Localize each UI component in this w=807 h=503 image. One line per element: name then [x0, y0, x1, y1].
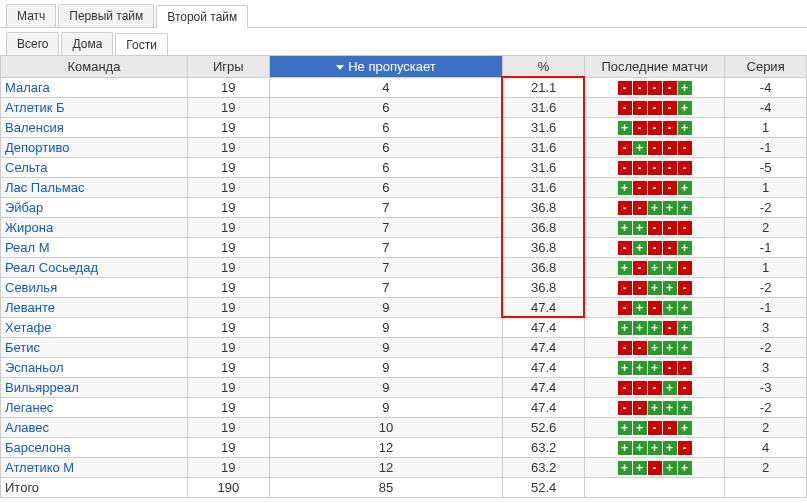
minus-icon: - [648, 101, 662, 115]
team-link[interactable]: Реал Сосьедад [1, 258, 188, 278]
miss-cell: 9 [269, 378, 503, 398]
tab-Всего[interactable]: Всего [6, 32, 59, 55]
header-games[interactable]: Игры [187, 56, 269, 78]
minus-icon: - [663, 421, 677, 435]
team-link[interactable]: Леванте [1, 298, 188, 318]
games-cell: 19 [187, 78, 269, 98]
team-link[interactable]: Бетис [1, 338, 188, 358]
games-cell: 19 [187, 458, 269, 478]
miss-cell: 7 [269, 278, 503, 298]
plus-icon: + [648, 441, 662, 455]
minus-icon: - [618, 201, 632, 215]
plus-icon: + [678, 321, 692, 335]
total-label: Итого [1, 478, 188, 498]
team-link[interactable]: Вильярреал [1, 378, 188, 398]
plus-icon: + [633, 221, 647, 235]
header-team[interactable]: Команда [1, 56, 188, 78]
plus-icon: + [678, 461, 692, 475]
minus-icon: - [678, 441, 692, 455]
table-row: Бетис19947.4--+++-2 [1, 338, 807, 358]
games-cell: 19 [187, 358, 269, 378]
plus-icon: + [663, 261, 677, 275]
plus-icon: + [663, 381, 677, 395]
plus-icon: + [633, 421, 647, 435]
streak-cell: -4 [725, 98, 807, 118]
header-miss[interactable]: Не пропускает [269, 56, 503, 78]
minus-icon: - [678, 221, 692, 235]
team-link[interactable]: Атлетик Б [1, 98, 188, 118]
pct-cell: 31.6 [503, 118, 585, 138]
total-pct: 52.4 [503, 478, 585, 498]
team-link[interactable]: Хетафе [1, 318, 188, 338]
tab-Гости[interactable]: Гости [115, 33, 168, 56]
plus-icon: + [663, 441, 677, 455]
plus-icon: + [618, 221, 632, 235]
last-matches-cell: -+-++ [585, 298, 725, 318]
table-row: Алавес191052.6++--+2 [1, 418, 807, 438]
team-link[interactable]: Эйбар [1, 198, 188, 218]
streak-cell: 3 [725, 318, 807, 338]
plus-icon: + [678, 421, 692, 435]
streak-cell: -4 [725, 78, 807, 98]
team-link[interactable]: Лас Пальмас [1, 178, 188, 198]
streak-cell: -2 [725, 278, 807, 298]
team-link[interactable]: Барселона [1, 438, 188, 458]
minus-icon: - [648, 421, 662, 435]
plus-icon: + [663, 401, 677, 415]
games-cell: 19 [187, 238, 269, 258]
team-link[interactable]: Атлетико М [1, 458, 188, 478]
minus-icon: - [618, 381, 632, 395]
plus-icon: + [678, 341, 692, 355]
table-row: Эспаньол19947.4+++--3 [1, 358, 807, 378]
minus-icon: - [648, 81, 662, 95]
team-link[interactable]: Малага [1, 78, 188, 98]
streak-cell: 4 [725, 438, 807, 458]
tab-Дома[interactable]: Дома [61, 32, 113, 55]
table-row: Валенсия19631.6+---+1 [1, 118, 807, 138]
tab-Матч[interactable]: Матч [6, 4, 56, 27]
plus-icon: + [618, 261, 632, 275]
games-cell: 19 [187, 418, 269, 438]
games-cell: 19 [187, 298, 269, 318]
team-link[interactable]: Депортиво [1, 138, 188, 158]
team-link[interactable]: Реал М [1, 238, 188, 258]
streak-cell: -2 [725, 198, 807, 218]
header-pct[interactable]: % [503, 56, 585, 78]
plus-icon: + [663, 341, 677, 355]
pct-cell: 63.2 [503, 458, 585, 478]
minus-icon: - [648, 381, 662, 395]
minus-icon: - [618, 141, 632, 155]
table-row: Сельта19631.6------5 [1, 158, 807, 178]
team-link[interactable]: Жирона [1, 218, 188, 238]
table-row: Атлетико М191263.2++-++2 [1, 458, 807, 478]
miss-cell: 7 [269, 258, 503, 278]
plus-icon: + [678, 401, 692, 415]
header-last[interactable]: Последние матчи [585, 56, 725, 78]
streak-cell: 2 [725, 218, 807, 238]
tab-Первый тайм[interactable]: Первый тайм [58, 4, 154, 27]
last-matches-cell: +++-+ [585, 318, 725, 338]
minus-icon: - [633, 401, 647, 415]
minus-icon: - [618, 161, 632, 175]
team-link[interactable]: Сельта [1, 158, 188, 178]
team-link[interactable]: Леганес [1, 398, 188, 418]
header-streak[interactable]: Серия [725, 56, 807, 78]
plus-icon: + [618, 461, 632, 475]
team-link[interactable]: Эспаньол [1, 358, 188, 378]
games-cell: 19 [187, 338, 269, 358]
table-row: Реал Сосьедад19736.8+-++-1 [1, 258, 807, 278]
team-link[interactable]: Алавес [1, 418, 188, 438]
minus-icon: - [663, 161, 677, 175]
team-link[interactable]: Севилья [1, 278, 188, 298]
pct-cell: 47.4 [503, 378, 585, 398]
games-cell: 19 [187, 158, 269, 178]
tab-Второй тайм[interactable]: Второй тайм [156, 5, 248, 28]
last-matches-cell: --++- [585, 278, 725, 298]
minus-icon: - [663, 141, 677, 155]
games-cell: 19 [187, 178, 269, 198]
team-link[interactable]: Валенсия [1, 118, 188, 138]
streak-cell: 2 [725, 458, 807, 478]
last-matches-cell: ----+ [585, 98, 725, 118]
pct-cell: 47.4 [503, 318, 585, 338]
pct-cell: 21.1 [503, 78, 585, 98]
